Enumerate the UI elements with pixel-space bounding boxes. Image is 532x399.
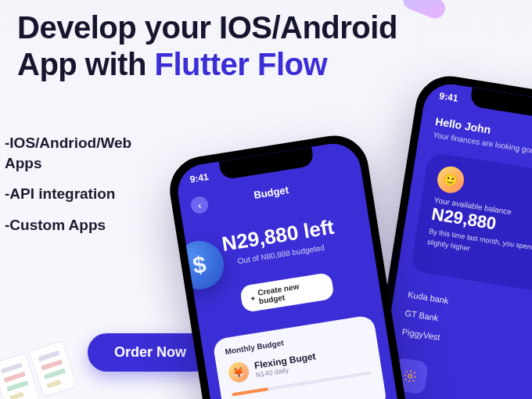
headline: Develop your IOS/Android App with Flutte… [17,9,397,83]
create-budget-button[interactable]: + Create new budget [239,272,335,313]
feature-item-1: -IOS/Andriod/Web Apps [5,133,131,173]
budget-avatar-icon: 🦊 [227,361,250,384]
phone-notch [219,147,315,180]
phone-budget-screen: 9:41 $ ‹ Budget N29,880 left Out of N80,… [174,140,417,399]
decoration-pill [400,0,448,22]
accounts-list: Kuda bank GT Bank PiggyVest [401,285,450,347]
headline-line1: Develop your IOS/Android [17,10,397,45]
avatar: 🙂 [436,164,466,195]
feature-item-2: -API integration [5,184,131,204]
budget-avatar-emoji: 🦊 [232,366,246,379]
svg-point-0 [408,374,412,378]
budget-progress-bar [232,387,268,396]
monthly-budget-card: Monthly Budget 🦊 Flexing Buget N140 dail… [212,315,387,399]
headline-line2-lead: App with [17,47,154,81]
create-budget-label: Create new budget [257,279,325,306]
phone-notch [469,88,532,120]
avatar-emoji: 🙂 [442,171,460,189]
plus-icon: + [250,293,256,303]
feature-item-3: -Custom Apps [5,215,131,235]
gear-icon [402,368,419,384]
phone-mockup-budget: 9:41 $ ‹ Budget N29,880 left Out of N80,… [165,131,426,399]
balance-panel: 🙂 Your available balance N29,880 By this… [410,152,532,305]
status-time: 9:41 [439,90,459,104]
decoration-documents [0,340,77,399]
status-time: 9:41 [189,171,210,185]
headline-accent: Flutter Flow [154,47,327,81]
feature-list: -IOS/Andriod/Web Apps -API integration -… [5,133,131,246]
